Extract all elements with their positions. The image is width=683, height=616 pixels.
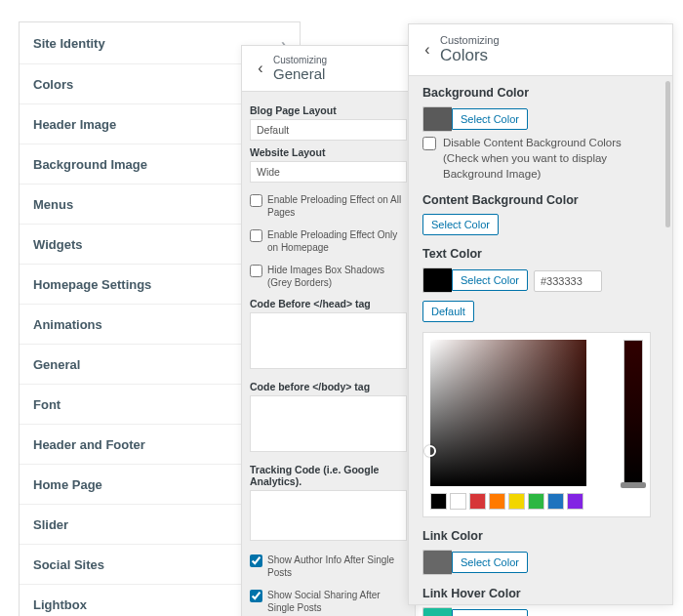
panel-header: ‹ Customizing Colors [409, 24, 672, 76]
breadcrumb: Customizing [273, 55, 327, 65]
palette-color[interactable] [450, 493, 466, 510]
section-label: Homepage Settings [33, 277, 151, 292]
blog-layout-label: Blog Page Layout [250, 104, 407, 116]
palette-color[interactable] [469, 493, 486, 510]
back-button[interactable]: ‹ [248, 54, 273, 83]
section-label: General [33, 357, 80, 372]
preload-home-label: Enable Preloading Effect Only on Homepag… [267, 228, 407, 254]
section-label: Background Image [33, 157, 147, 172]
breadcrumb: Customizing [440, 34, 500, 46]
author-info-checkbox[interactable] [250, 554, 262, 567]
code-head-textarea[interactable] [250, 312, 407, 369]
back-button[interactable]: ‹ [415, 35, 440, 64]
panel-header: ‹ Customizing General [242, 46, 415, 92]
disable-content-bg-label: Disable Content Background Colors (Check… [443, 136, 659, 182]
customizer-general-panel: ‹ Customizing General Blog Page Layout D… [241, 45, 416, 616]
panel-title-block: Customizing General [273, 55, 327, 83]
palette-color[interactable] [508, 493, 525, 510]
text-color-swatch[interactable] [422, 267, 452, 293]
palette-color[interactable] [567, 493, 583, 510]
scrollbar-thumb[interactable] [665, 81, 670, 227]
customizer-colors-panel: ‹ Customizing Colors Background Color Se… [408, 23, 673, 605]
panel-title: Colors [440, 46, 500, 65]
code-body-textarea[interactable] [250, 395, 407, 452]
section-label: Widgets [33, 237, 82, 252]
color-picker-hue-slider[interactable] [623, 340, 643, 486]
section-label: Lightbox [33, 597, 87, 612]
hide-shadows-checkbox[interactable] [250, 265, 262, 277]
panel-title: General [273, 65, 327, 83]
link-color-swatch[interactable] [422, 550, 452, 575]
text-color-label: Text Color [422, 247, 659, 261]
section-label: Social Sites [33, 557, 104, 572]
social-sharing-option[interactable]: Show Social Sharing After Single Posts [250, 584, 407, 616]
preload-all-label: Enable Preloading Effect on All Pages [267, 193, 407, 219]
content-bg-select-color-button[interactable]: Select Color [422, 214, 499, 235]
hide-shadows-label: Hide Images Box Shadows (Grey Borders) [267, 264, 407, 289]
content-bg-label: Content Background Color [422, 193, 659, 207]
link-hover-control: Select Color [422, 607, 659, 616]
section-label: Header and Footer [33, 437, 145, 452]
background-color-swatch[interactable] [422, 106, 452, 132]
color-picker [422, 332, 651, 517]
section-label: Menus [33, 197, 73, 212]
section-label: Home Page [33, 477, 102, 492]
chevron-left-icon: ‹ [424, 41, 429, 59]
text-select-color-button[interactable]: Select Color [452, 269, 528, 291]
chevron-left-icon: ‹ [258, 60, 262, 77]
blog-layout-select[interactable]: Default [250, 119, 407, 141]
preload-all-checkbox[interactable] [250, 194, 262, 207]
link-color-label: Link Color [422, 529, 659, 543]
code-body-label: Code before </body> tag [250, 381, 407, 392]
website-layout-select[interactable]: Wide [250, 161, 407, 183]
tracking-code-label: Tracking Code (i.e. Google Analytics). [250, 464, 407, 487]
hue-slider-handle[interactable] [621, 482, 646, 488]
text-color-control: Select Color Default [422, 267, 659, 322]
palette-color[interactable] [547, 493, 564, 510]
code-head-label: Code Before </head> tag [250, 298, 407, 309]
preload-home-option[interactable]: Enable Preloading Effect Only on Homepag… [250, 224, 407, 259]
panel-body: Blog Page Layout Default Website Layout … [242, 92, 415, 616]
author-info-label: Show Author Info After Single Posts [267, 554, 407, 579]
disable-content-bg-option[interactable]: Disable Content Background Colors (Check… [422, 136, 659, 182]
background-color-label: Background Color [422, 86, 659, 100]
link-hover-select-color-button[interactable]: Select Color [452, 609, 528, 616]
link-select-color-button[interactable]: Select Color [452, 552, 528, 573]
disable-content-bg-checkbox[interactable] [422, 137, 436, 150]
section-label: Site Identity [33, 36, 105, 51]
background-color-control: Select Color [422, 106, 659, 132]
section-label: Colors [33, 77, 73, 92]
palette-color[interactable] [489, 493, 505, 510]
link-color-control: Select Color [422, 550, 659, 575]
section-label: Header Image [33, 117, 116, 132]
palette-color[interactable] [430, 493, 447, 510]
color-picker-cursor[interactable] [424, 445, 436, 457]
preload-all-option[interactable]: Enable Preloading Effect on All Pages [250, 188, 407, 224]
section-label: Animations [33, 317, 102, 332]
panel-body: Background Color Select Color Disable Co… [409, 76, 672, 616]
color-palette [430, 493, 643, 510]
preload-home-checkbox[interactable] [250, 229, 262, 242]
hide-shadows-option[interactable]: Hide Images Box Shadows (Grey Borders) [250, 259, 407, 294]
author-info-option[interactable]: Show Author Info After Single Posts [250, 549, 407, 584]
palette-color[interactable] [528, 493, 544, 510]
social-sharing-checkbox[interactable] [250, 590, 262, 602]
section-label: Font [33, 397, 60, 412]
text-color-default-button[interactable]: Default [422, 301, 474, 322]
link-hover-label: Link Hover Color [422, 587, 659, 600]
social-sharing-label: Show Social Sharing After Single Posts [267, 589, 407, 614]
website-layout-label: Website Layout [250, 146, 407, 158]
section-label: Slider [33, 517, 68, 532]
panel-title-block: Customizing Colors [440, 34, 500, 65]
background-select-color-button[interactable]: Select Color [452, 108, 528, 130]
text-color-hex-input[interactable] [534, 270, 602, 292]
link-hover-swatch[interactable] [422, 607, 452, 616]
tracking-code-textarea[interactable] [250, 490, 407, 541]
color-picker-saturation-area[interactable] [430, 340, 586, 486]
